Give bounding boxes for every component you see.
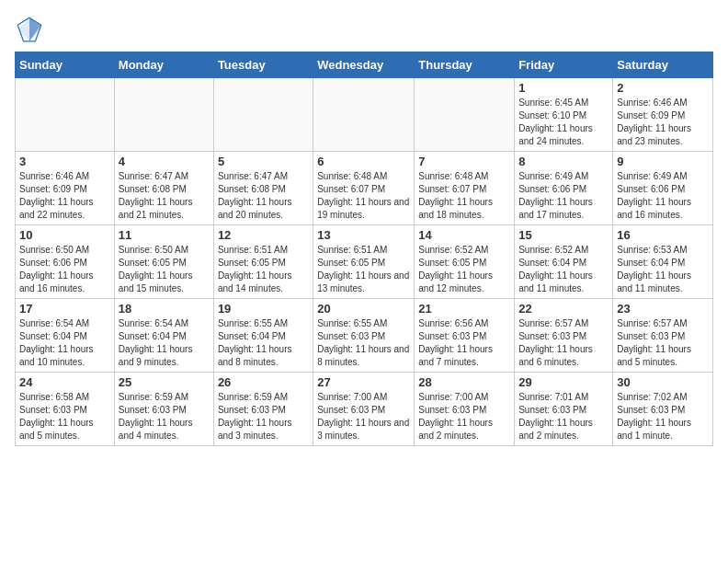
day-number: 15 (518, 228, 609, 242)
header (15, 15, 713, 44)
weekday-header-row: SundayMondayTuesdayWednesdayThursdayFrid… (16, 52, 713, 78)
day-info: Sunrise: 6:55 AM Sunset: 6:04 PM Dayligh… (218, 317, 309, 369)
calendar-cell: 30Sunrise: 7:02 AM Sunset: 6:03 PM Dayli… (613, 373, 713, 446)
day-info: Sunrise: 6:57 AM Sunset: 6:03 PM Dayligh… (617, 317, 709, 369)
day-number: 26 (218, 375, 309, 389)
day-number: 6 (317, 155, 410, 168)
calendar-cell (213, 78, 313, 152)
calendar-week-row: 3Sunrise: 6:46 AM Sunset: 6:09 PM Daylig… (16, 152, 713, 225)
day-info: Sunrise: 7:00 AM Sunset: 6:03 PM Dayligh… (317, 391, 410, 442)
day-info: Sunrise: 6:56 AM Sunset: 6:03 PM Dayligh… (418, 317, 510, 369)
day-number: 23 (617, 302, 709, 316)
day-info: Sunrise: 6:55 AM Sunset: 6:03 PM Dayligh… (317, 317, 410, 369)
day-number: 1 (518, 81, 609, 95)
day-number: 16 (617, 228, 709, 242)
day-info: Sunrise: 6:46 AM Sunset: 6:09 PM Dayligh… (19, 170, 110, 222)
calendar-cell: 11Sunrise: 6:50 AM Sunset: 6:05 PM Dayli… (114, 225, 213, 299)
logo-icon (15, 15, 44, 44)
calendar-week-row: 17Sunrise: 6:54 AM Sunset: 6:04 PM Dayli… (16, 299, 713, 373)
day-info: Sunrise: 6:45 AM Sunset: 6:10 PM Dayligh… (518, 97, 609, 148)
calendar-cell: 18Sunrise: 6:54 AM Sunset: 6:04 PM Dayli… (114, 299, 213, 373)
calendar-cell: 24Sunrise: 6:58 AM Sunset: 6:03 PM Dayli… (16, 373, 115, 446)
day-info: Sunrise: 6:50 AM Sunset: 6:05 PM Dayligh… (119, 244, 210, 295)
calendar-week-row: 10Sunrise: 6:50 AM Sunset: 6:06 PM Dayli… (16, 225, 713, 299)
calendar-week-row: 24Sunrise: 6:58 AM Sunset: 6:03 PM Dayli… (16, 373, 713, 446)
calendar-cell: 13Sunrise: 6:51 AM Sunset: 6:05 PM Dayli… (313, 225, 415, 299)
day-number: 24 (19, 375, 110, 389)
calendar-cell: 28Sunrise: 7:00 AM Sunset: 6:03 PM Dayli… (415, 373, 515, 446)
logo (15, 15, 50, 44)
calendar-cell (313, 78, 415, 152)
calendar-cell: 10Sunrise: 6:50 AM Sunset: 6:06 PM Dayli… (16, 225, 115, 299)
calendar-cell: 21Sunrise: 6:56 AM Sunset: 6:03 PM Dayli… (415, 299, 515, 373)
day-number: 29 (518, 375, 609, 389)
calendar-cell (16, 78, 115, 152)
day-info: Sunrise: 6:51 AM Sunset: 6:05 PM Dayligh… (317, 244, 410, 295)
day-number: 13 (317, 228, 410, 242)
day-number: 20 (317, 302, 410, 316)
day-info: Sunrise: 6:58 AM Sunset: 6:03 PM Dayligh… (19, 391, 110, 442)
calendar-cell: 29Sunrise: 7:01 AM Sunset: 6:03 PM Dayli… (515, 373, 613, 446)
day-number: 3 (19, 155, 110, 168)
weekday-header-tuesday: Tuesday (213, 52, 313, 78)
day-number: 10 (19, 228, 110, 242)
day-number: 19 (218, 302, 309, 316)
day-info: Sunrise: 6:57 AM Sunset: 6:03 PM Dayligh… (518, 317, 609, 369)
day-info: Sunrise: 7:00 AM Sunset: 6:03 PM Dayligh… (418, 391, 510, 442)
calendar-cell: 8Sunrise: 6:49 AM Sunset: 6:06 PM Daylig… (515, 152, 613, 225)
calendar-cell: 2Sunrise: 6:46 AM Sunset: 6:09 PM Daylig… (613, 78, 713, 152)
calendar-cell: 27Sunrise: 7:00 AM Sunset: 6:03 PM Dayli… (313, 373, 415, 446)
calendar-cell: 1Sunrise: 6:45 AM Sunset: 6:10 PM Daylig… (515, 78, 613, 152)
day-number: 11 (119, 228, 210, 242)
calendar-cell: 5Sunrise: 6:47 AM Sunset: 6:08 PM Daylig… (213, 152, 313, 225)
calendar-week-row: 1Sunrise: 6:45 AM Sunset: 6:10 PM Daylig… (16, 78, 713, 152)
day-info: Sunrise: 6:59 AM Sunset: 6:03 PM Dayligh… (218, 391, 309, 442)
calendar-cell: 14Sunrise: 6:52 AM Sunset: 6:05 PM Dayli… (415, 225, 515, 299)
day-info: Sunrise: 6:53 AM Sunset: 6:04 PM Dayligh… (617, 244, 709, 295)
day-info: Sunrise: 6:52 AM Sunset: 6:05 PM Dayligh… (418, 244, 510, 295)
day-info: Sunrise: 6:48 AM Sunset: 6:07 PM Dayligh… (418, 170, 510, 222)
day-number: 17 (19, 302, 110, 316)
calendar-cell: 19Sunrise: 6:55 AM Sunset: 6:04 PM Dayli… (213, 299, 313, 373)
calendar-cell: 26Sunrise: 6:59 AM Sunset: 6:03 PM Dayli… (213, 373, 313, 446)
day-info: Sunrise: 6:52 AM Sunset: 6:04 PM Dayligh… (518, 244, 609, 295)
day-number: 30 (617, 375, 709, 389)
day-number: 22 (518, 302, 609, 316)
day-number: 8 (518, 155, 609, 168)
calendar-cell: 22Sunrise: 6:57 AM Sunset: 6:03 PM Dayli… (515, 299, 613, 373)
calendar-cell: 17Sunrise: 6:54 AM Sunset: 6:04 PM Dayli… (16, 299, 115, 373)
day-number: 25 (119, 375, 210, 389)
day-info: Sunrise: 6:47 AM Sunset: 6:08 PM Dayligh… (218, 170, 309, 222)
calendar-cell: 23Sunrise: 6:57 AM Sunset: 6:03 PM Dayli… (613, 299, 713, 373)
day-info: Sunrise: 6:54 AM Sunset: 6:04 PM Dayligh… (119, 317, 210, 369)
day-number: 27 (317, 375, 410, 389)
day-number: 12 (218, 228, 309, 242)
day-number: 4 (119, 155, 210, 168)
day-number: 5 (218, 155, 309, 168)
weekday-header-thursday: Thursday (415, 52, 515, 78)
day-number: 9 (617, 155, 709, 168)
calendar-cell (114, 78, 213, 152)
day-number: 18 (119, 302, 210, 316)
day-number: 2 (617, 81, 709, 95)
day-info: Sunrise: 6:54 AM Sunset: 6:04 PM Dayligh… (19, 317, 110, 369)
calendar-cell: 3Sunrise: 6:46 AM Sunset: 6:09 PM Daylig… (16, 152, 115, 225)
day-info: Sunrise: 6:49 AM Sunset: 6:06 PM Dayligh… (518, 170, 609, 222)
day-number: 21 (418, 302, 510, 316)
day-number: 14 (418, 228, 510, 242)
calendar-cell: 9Sunrise: 6:49 AM Sunset: 6:06 PM Daylig… (613, 152, 713, 225)
day-info: Sunrise: 6:48 AM Sunset: 6:07 PM Dayligh… (317, 170, 410, 222)
calendar-cell: 7Sunrise: 6:48 AM Sunset: 6:07 PM Daylig… (415, 152, 515, 225)
calendar-cell: 25Sunrise: 6:59 AM Sunset: 6:03 PM Dayli… (114, 373, 213, 446)
calendar-cell (415, 78, 515, 152)
calendar-cell: 16Sunrise: 6:53 AM Sunset: 6:04 PM Dayli… (613, 225, 713, 299)
day-info: Sunrise: 6:46 AM Sunset: 6:09 PM Dayligh… (617, 97, 709, 148)
calendar-cell: 15Sunrise: 6:52 AM Sunset: 6:04 PM Dayli… (515, 225, 613, 299)
weekday-header-saturday: Saturday (613, 52, 713, 78)
day-info: Sunrise: 7:01 AM Sunset: 6:03 PM Dayligh… (518, 391, 609, 442)
day-info: Sunrise: 6:47 AM Sunset: 6:08 PM Dayligh… (119, 170, 210, 222)
day-number: 7 (418, 155, 510, 168)
calendar-cell: 20Sunrise: 6:55 AM Sunset: 6:03 PM Dayli… (313, 299, 415, 373)
day-info: Sunrise: 6:50 AM Sunset: 6:06 PM Dayligh… (19, 244, 110, 295)
calendar-cell: 6Sunrise: 6:48 AM Sunset: 6:07 PM Daylig… (313, 152, 415, 225)
